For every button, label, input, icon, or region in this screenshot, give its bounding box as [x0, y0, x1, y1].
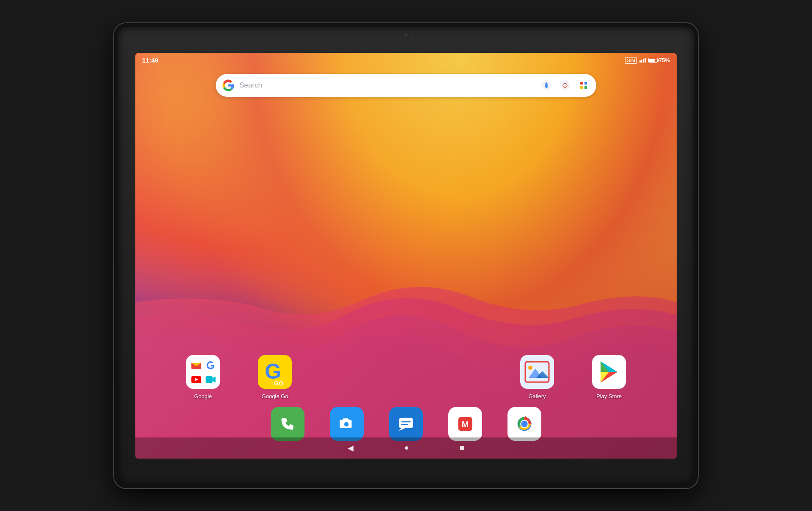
app-item-play-store[interactable]: Play Store: [592, 355, 626, 399]
dock-item-maestro[interactable]: M: [448, 407, 482, 441]
dock-item-messages[interactable]: [389, 407, 423, 441]
status-bar: 11:49 SIM 75%: [135, 53, 677, 68]
svg-marker-12: [213, 377, 216, 383]
back-button[interactable]: ◀: [348, 443, 354, 453]
google-logo: [222, 79, 234, 91]
svg-rect-6: [584, 82, 587, 85]
svg-rect-32: [401, 421, 411, 422]
svg-marker-31: [399, 428, 405, 431]
svg-rect-33: [401, 424, 408, 425]
app-item-google[interactable]: Google: [186, 355, 220, 399]
dock-item-phone[interactable]: [271, 407, 304, 441]
app-label-play-store: Play Store: [596, 393, 622, 399]
search-input[interactable]: Search: [239, 81, 535, 90]
app-label-google: Google: [194, 393, 212, 399]
tablet-outer: 11:49 SIM 75%: [114, 23, 698, 488]
svg-rect-5: [580, 82, 583, 85]
screen: 11:49 SIM 75%: [135, 53, 677, 459]
svg-text:M: M: [462, 419, 469, 429]
signal-icon: [639, 58, 646, 63]
app-label-google-go: Google Go: [262, 393, 288, 399]
home-button[interactable]: ●: [404, 443, 409, 452]
app-item-google-go[interactable]: G GO Google Go: [258, 355, 292, 399]
status-time: 11:49: [142, 57, 158, 64]
nav-bar: ◀ ● ■: [135, 437, 677, 459]
svg-point-29: [344, 422, 349, 426]
battery-icon: 75%: [648, 57, 670, 63]
app-label-gallery: Gallery: [528, 393, 546, 399]
search-action-icons: [540, 79, 590, 91]
app-grid: Google G GO Google Go: [135, 355, 677, 399]
battery-percent: 75%: [659, 57, 670, 63]
dock-item-camera[interactable]: [330, 407, 364, 441]
svg-point-21: [528, 366, 532, 370]
svg-point-39: [521, 421, 527, 427]
svg-text:GO: GO: [274, 380, 283, 387]
svg-rect-8: [584, 86, 587, 89]
search-bar[interactable]: Search: [216, 74, 596, 97]
tablet-top-bar: [118, 27, 694, 44]
svg-point-3: [560, 80, 570, 90]
recents-button[interactable]: ■: [460, 443, 464, 452]
lens-icon[interactable]: [559, 79, 571, 91]
dock-item-chrome[interactable]: [508, 407, 541, 441]
search-placeholder: Search: [239, 81, 262, 89]
status-icons: SIM 75%: [625, 57, 670, 64]
svg-rect-30: [399, 418, 413, 428]
sim-icon: SIM: [625, 57, 637, 64]
mic-icon[interactable]: [540, 79, 552, 91]
camera-lens: [403, 32, 409, 38]
app-item-gallery[interactable]: Gallery: [520, 355, 554, 399]
svg-rect-7: [580, 86, 583, 89]
svg-rect-11: [206, 376, 212, 383]
grid-icon[interactable]: [578, 79, 590, 91]
